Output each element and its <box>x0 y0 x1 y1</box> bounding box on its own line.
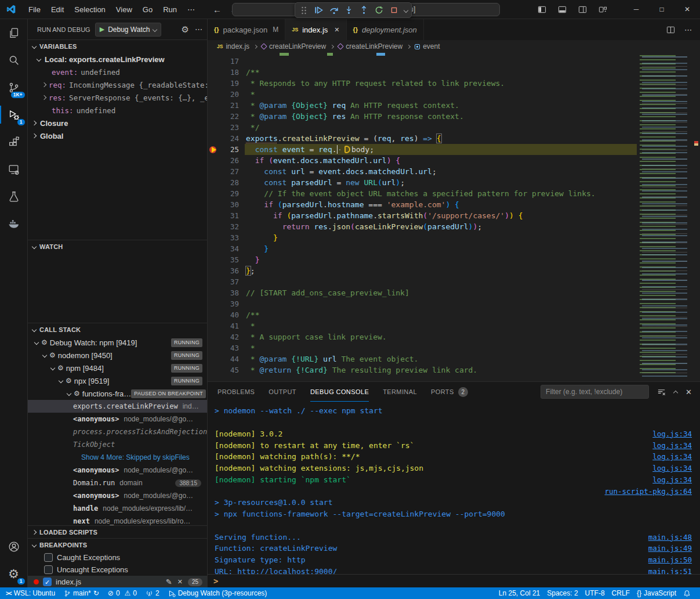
source-link[interactable]: log.js:34 <box>652 464 700 472</box>
settings-gear-icon[interactable]: ⚙ 1 <box>0 560 28 587</box>
source-link[interactable]: main.js:49 <box>648 544 700 553</box>
debug-console-input[interactable]: > <box>208 574 700 587</box>
debug-session-row[interactable]: ⚙ functions-fra… PAUSED ON BREAKPOINT <box>28 387 207 400</box>
breadcrumb-symbol[interactable]: createLinkPreview <box>269 42 326 50</box>
clear-console-icon[interactable] <box>657 388 666 396</box>
breadcrumb-symbol[interactable]: event <box>423 42 440 50</box>
code-line-42[interactable]: 42 * A support case link preview. <box>208 331 700 342</box>
code-line-27[interactable]: 27 const url = event.docs.matchedUrl.url… <box>208 166 700 177</box>
tab-output[interactable]: OUTPUT <box>269 382 296 402</box>
debug-session-row[interactable]: ⚙ Debug Watch: npm [9419] RUNNING <box>28 336 207 349</box>
toggle-secondary-sidebar-icon[interactable] <box>578 5 587 14</box>
breakpoint-paused-icon[interactable] <box>208 144 220 155</box>
source-link[interactable]: main.js:50 <box>648 555 700 564</box>
stack-frame[interactable]: <anonymous> node_modules/@go… <box>28 489 207 502</box>
debug-console-output[interactable]: > nodemon --watch ./ --exec npm start[no… <box>208 402 700 574</box>
code-line-24[interactable]: 24exports.createLinkPreview = (req, res)… <box>208 133 700 144</box>
tab-index-js[interactable]: JS index.js ✕ <box>285 19 346 40</box>
close-panel-icon[interactable]: ✕ <box>686 388 692 396</box>
menu-view[interactable]: View <box>111 0 137 19</box>
code-line-19[interactable]: 19 * Responds to any HTTP request relate… <box>208 78 700 89</box>
step-over-icon[interactable] <box>329 5 339 15</box>
source-link[interactable]: log.js:34 <box>652 441 700 450</box>
call-stack-header[interactable]: CALL STACK <box>28 323 207 336</box>
start-debug-icon[interactable]: ▶ <box>100 26 104 33</box>
source-link[interactable]: run-script-pkg.js:64 <box>604 487 700 496</box>
code-line-26[interactable]: 26 if (event.docs.matchedUrl.url) { <box>208 155 700 166</box>
code-line-20[interactable]: 20 * <box>208 89 700 100</box>
source-link[interactable]: log.js:34 <box>652 475 700 484</box>
menu-file[interactable]: File <box>23 0 46 19</box>
step-into-icon[interactable] <box>344 5 354 15</box>
breakpoint-uncaught-exceptions[interactable]: Uncaught Exceptions <box>28 564 207 576</box>
breakpoint-index-js[interactable]: ✓ index.js ✎ ✕ 25 <box>28 576 207 587</box>
watch-header[interactable]: WATCH <box>28 240 207 253</box>
show-more-frames-link[interactable]: Show 4 More: Skipped by skipFiles <box>28 451 207 464</box>
extensions-icon[interactable] <box>0 128 28 156</box>
chevron-right-icon[interactable] <box>42 95 46 100</box>
toggle-panel-icon[interactable] <box>558 5 567 14</box>
eol-item[interactable]: CRLF <box>608 587 633 599</box>
variable-row-req[interactable]: req: IncomingMessage {_readableState:… <box>28 78 207 91</box>
menu-selection[interactable]: Selection <box>69 0 110 19</box>
remote-indicator[interactable]: >< WSL: Ubuntu <box>6 587 59 599</box>
code-line-43[interactable]: 43 * <box>208 342 700 353</box>
stack-frame[interactable]: handle node_modules/express/lib/… <box>28 502 207 515</box>
code-line-25[interactable]: 25 const event = req.·body; <box>208 144 700 155</box>
code-line-17[interactable]: 17 <box>208 56 700 67</box>
source-link[interactable]: main.js:51 <box>648 567 700 574</box>
toggle-sidebar-icon[interactable] <box>538 5 546 14</box>
editor-scrollbar[interactable] <box>692 53 700 381</box>
stack-frame-skipped[interactable]: TickObject <box>28 438 207 451</box>
variables-header[interactable]: VARIABLES <box>28 40 207 53</box>
remove-breakpoint-icon[interactable]: ✕ <box>177 578 183 586</box>
restart-icon[interactable] <box>374 5 384 15</box>
checkbox-checked[interactable]: ✓ <box>43 578 52 586</box>
code-editor[interactable]: 1718/**19 * Responds to any HTTP request… <box>208 53 700 381</box>
debug-session-row[interactable]: ⚙ npm [9484] RUNNING <box>28 362 207 374</box>
variable-row-res[interactable]: res: ServerResponse {_events: {…}, _e… <box>28 91 207 104</box>
stack-frame[interactable]: Domain.run domain 388:15 <box>28 477 207 489</box>
tab-terminal[interactable]: TERMINAL <box>383 382 417 402</box>
code-line-21[interactable]: 21 * @param {Object} req An HTTP request… <box>208 100 700 111</box>
minimize-button[interactable]: ─ <box>623 0 649 19</box>
docker-icon[interactable] <box>0 210 28 237</box>
stack-frame-current[interactable]: exports.createLinkPreview ind… <box>28 400 207 413</box>
maximize-panel-icon[interactable] <box>673 391 678 395</box>
code-line-18[interactable]: 18/** <box>208 67 700 78</box>
tab-deployment-json[interactable]: {} deployment.json <box>347 19 424 40</box>
source-link[interactable]: log.js:34 <box>652 452 700 461</box>
language-mode-item[interactable]: {} JavaScript <box>633 587 680 599</box>
encoding-item[interactable]: UTF-8 <box>582 587 608 599</box>
edit-breakpoint-icon[interactable]: ✎ <box>166 578 172 586</box>
tab-ports[interactable]: PORTS 2 <box>431 382 468 402</box>
debug-views-more-icon[interactable]: ⋯ <box>195 25 202 34</box>
stack-frame[interactable]: next node_modules/express/lib/ro… <box>28 515 207 525</box>
menu-go[interactable]: Go <box>137 0 158 19</box>
stack-frame-skipped[interactable]: process.processTicksAndRejections <box>28 425 207 438</box>
close-tab-icon[interactable]: ✕ <box>334 26 339 34</box>
problems-item[interactable]: ⊘0 ⚠0 <box>104 587 140 599</box>
tab-package-json[interactable]: {} package.json M <box>208 19 285 40</box>
maximize-button[interactable]: □ <box>649 0 674 19</box>
code-line-29[interactable]: 29 // If the event object URL matches a … <box>208 188 700 199</box>
debug-status-item[interactable]: Debug Watch (3p-resources) <box>165 587 271 599</box>
variable-row-this[interactable]: this: undefined <box>28 104 207 117</box>
breadcrumb-symbol[interactable]: createLinkPreview <box>346 42 402 50</box>
breadcrumb-file[interactable]: index.js <box>226 42 249 50</box>
run-and-debug-icon[interactable]: 1 <box>0 101 28 128</box>
debug-session-row[interactable]: ⚙ nodemon [9450] RUNNING <box>28 349 207 362</box>
remote-explorer-icon[interactable] <box>0 156 28 183</box>
testing-icon[interactable] <box>0 183 28 210</box>
menu-edit[interactable]: Edit <box>46 0 69 19</box>
customize-layout-icon[interactable] <box>599 5 607 14</box>
minimap[interactable] <box>637 53 692 381</box>
breakpoint-caught-exceptions[interactable]: Caught Exceptions <box>28 551 207 564</box>
source-link[interactable]: main.js:48 <box>648 533 700 542</box>
checkbox-unchecked[interactable] <box>44 553 53 562</box>
explorer-icon[interactable] <box>0 19 28 46</box>
stop-icon[interactable] <box>389 5 399 15</box>
editor-more-actions-icon[interactable]: ⋯ <box>684 26 692 34</box>
code-line-28[interactable]: 28 const parsedUrl = new URL(url); <box>208 177 700 188</box>
code-line-22[interactable]: 22 * @param {Object} res An HTTP respons… <box>208 111 700 122</box>
